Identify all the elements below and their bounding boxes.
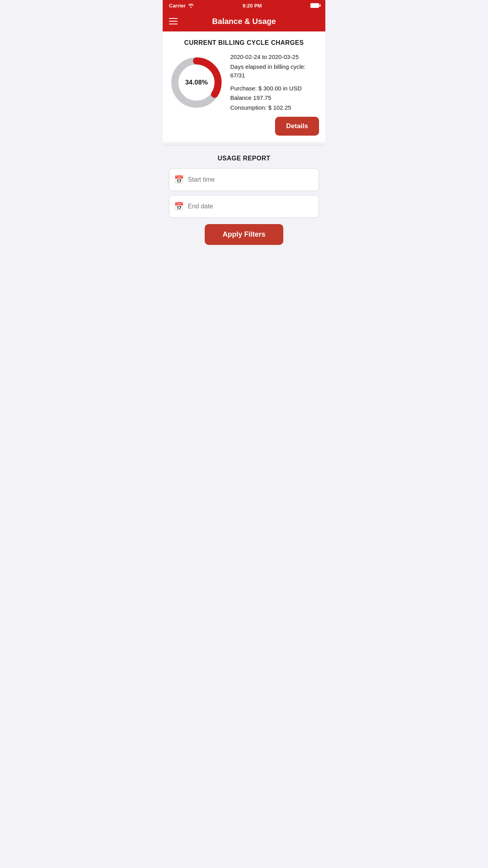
menu-line-1 <box>169 18 178 19</box>
billing-section-title: CURRENT BILLING CYCLE CHARGES <box>169 39 319 46</box>
usage-report-section: USAGE REPORT 📅 📅 Apply Filters <box>163 145 325 253</box>
status-time: 9:20 PM <box>242 3 262 9</box>
menu-line-2 <box>169 21 178 22</box>
status-bar: Carrier 9:20 PM <box>163 0 325 11</box>
billing-days-elapsed: Days elapsed in billing cycle: 67/31 <box>230 63 319 80</box>
donut-percentage: 34.08% <box>185 79 208 86</box>
billing-content: 34.08% 2020-02-24 to 2020-03-25 Days ela… <box>169 53 319 112</box>
billing-purchase: Purchase: $ 300.00 in USD <box>230 84 319 93</box>
billing-consumption: Consumption: $ 102.25 <box>230 103 319 112</box>
end-date-input[interactable] <box>188 203 314 210</box>
menu-button[interactable] <box>169 18 178 24</box>
billing-balance: Balance 197.75 <box>230 94 319 103</box>
carrier-label: Carrier <box>169 3 186 9</box>
end-date-field[interactable]: 📅 <box>169 195 319 218</box>
start-time-field[interactable]: 📅 <box>169 168 319 191</box>
billing-info: 2020-02-24 to 2020-03-25 Days elapsed in… <box>230 53 319 112</box>
main-content: CURRENT BILLING CYCLE CHARGES 34.08% 202… <box>163 31 325 253</box>
calendar-icon-start: 📅 <box>174 175 184 184</box>
app-header: Balance & Usage <box>163 11 325 31</box>
calendar-icon-end: 📅 <box>174 202 184 211</box>
page-title: Balance & Usage <box>184 17 304 26</box>
battery-indicator <box>310 3 319 8</box>
svg-point-0 <box>190 6 191 7</box>
details-btn-row: Details <box>169 117 319 136</box>
donut-chart: 34.08% <box>169 55 224 110</box>
apply-filters-button[interactable]: Apply Filters <box>205 224 283 245</box>
usage-section-title: USAGE REPORT <box>169 155 319 162</box>
carrier-info: Carrier <box>169 3 194 9</box>
wifi-icon <box>188 3 194 8</box>
billing-date-range: 2020-02-24 to 2020-03-25 <box>230 53 319 62</box>
battery-icon <box>310 3 319 8</box>
details-button[interactable]: Details <box>275 117 319 136</box>
start-time-input[interactable] <box>188 176 314 183</box>
billing-section: CURRENT BILLING CYCLE CHARGES 34.08% 202… <box>163 31 325 142</box>
menu-line-3 <box>169 24 178 24</box>
